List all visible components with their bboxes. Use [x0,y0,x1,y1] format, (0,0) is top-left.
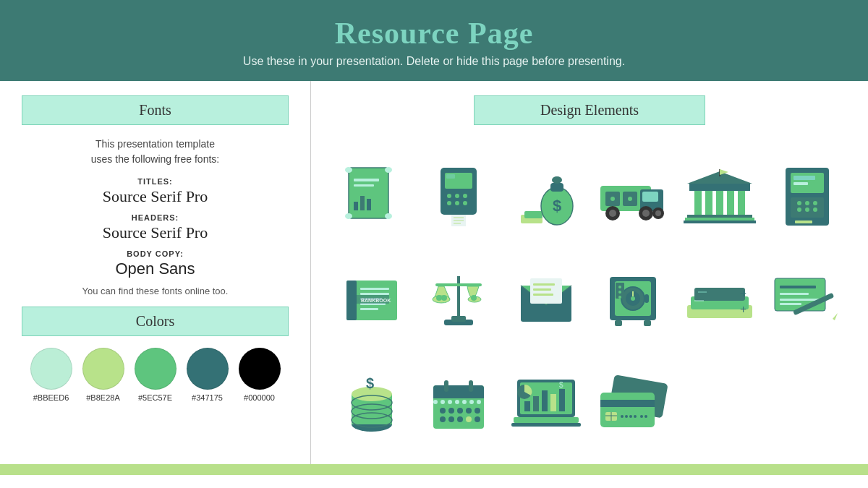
color-hex-label: #B8E28A [86,393,119,402]
icon-coin-stack: $ [331,354,412,452]
svg-point-144 [475,416,480,422]
svg-text:$: $ [553,197,561,215]
svg-rect-110 [694,288,745,301]
svg-text:$: $ [366,375,374,391]
font-titles-label: TITLES: [22,177,289,186]
fonts-section-title: Fonts [22,95,289,125]
svg-rect-94 [533,294,553,296]
svg-point-8 [345,213,352,219]
svg-point-142 [457,416,463,422]
svg-text:+: + [740,288,746,300]
icon-bank-building [679,148,760,246]
svg-rect-57 [684,221,756,223]
svg-rect-26 [524,211,542,218]
icon-armored-truck [592,148,673,246]
color-circle [82,348,124,390]
svg-point-19 [455,201,459,205]
svg-rect-56 [685,218,754,221]
svg-point-150 [477,400,481,404]
svg-point-16 [455,194,459,198]
svg-rect-133 [444,380,448,392]
icon-envelope [506,252,587,349]
svg-point-85 [436,295,442,301]
svg-point-64 [805,201,809,205]
svg-rect-49 [727,189,734,215]
color-hex-label: #000000 [244,393,275,402]
svg-point-107 [618,296,621,299]
svg-rect-76 [360,308,378,310]
svg-point-171 [629,415,632,418]
svg-rect-51 [689,184,750,191]
page-subtitle: Use these in your presentation. Delete o… [14,55,854,68]
svg-point-43 [610,197,615,201]
color-swatch-item: #BBEED6 [30,348,72,402]
svg-rect-158 [559,389,565,411]
svg-point-141 [448,416,454,422]
svg-point-172 [634,415,637,418]
icon-atm [767,148,848,246]
footer-bar [0,464,868,475]
icon-money-bag: $ [506,148,587,246]
svg-point-17 [463,194,467,198]
svg-marker-122 [833,313,838,320]
svg-point-11 [385,167,392,173]
svg-rect-79 [457,276,460,320]
color-circle [239,348,281,390]
svg-point-9 [385,213,392,219]
right-panel: Design Elements [311,81,868,464]
design-elements-title: Design Elements [474,95,705,125]
svg-point-15 [447,194,451,198]
svg-point-99 [631,296,635,301]
svg-rect-3 [354,184,374,187]
svg-point-86 [441,295,447,301]
svg-rect-102 [615,320,622,326]
svg-point-18 [447,201,451,205]
page-header: Resource Page Use these in your presenta… [0,0,868,81]
svg-rect-103 [644,320,651,326]
svg-text:BANKBOOK: BANKBOOK [361,298,391,303]
font-titles: TITLES: Source Serif Pro [22,177,289,206]
font-body-name: Open Sans [22,260,289,278]
svg-rect-161 [514,417,579,423]
svg-point-105 [618,286,621,288]
color-swatch-item: #000000 [239,348,281,402]
svg-point-65 [813,201,817,205]
color-swatch-item: #B8E28A [82,348,124,402]
svg-rect-69 [795,221,812,223]
icon-safe [592,252,673,349]
svg-text:$: $ [559,381,563,389]
svg-rect-81 [451,316,466,322]
svg-rect-154 [524,401,530,411]
svg-point-145 [441,400,445,404]
svg-point-169 [621,415,624,418]
icon-pos-terminal [418,148,499,246]
font-titles-name: Source Serif Pro [22,187,289,206]
main-content: Fonts This presentation template uses th… [0,81,868,464]
svg-rect-0 [349,168,388,218]
svg-rect-164 [600,393,655,427]
color-circle [30,348,72,390]
svg-rect-117 [780,286,816,288]
svg-point-138 [466,408,472,414]
svg-rect-55 [687,215,752,218]
svg-rect-60 [793,176,815,180]
svg-rect-61 [793,182,808,185]
svg-point-87 [471,295,477,301]
svg-point-20 [463,201,467,205]
font-headers-label: HEADERS: [22,213,289,222]
svg-point-173 [640,415,643,418]
svg-rect-29 [550,183,563,192]
svg-point-66 [797,207,801,212]
colors-section: Colors #BBEED6#B8E28A#5EC57E#347175#0000… [22,307,289,402]
svg-rect-2 [354,179,379,181]
svg-rect-101 [644,294,649,303]
svg-point-139 [475,408,480,414]
fonts-description: This presentation template uses the foll… [22,137,289,167]
page-title: Resource Page [14,16,854,51]
svg-rect-132 [433,393,484,398]
colors-section-title: Colors [22,307,289,336]
design-elements-header: Design Elements [331,95,848,137]
svg-rect-134 [469,380,473,392]
color-hex-label: #BBEED6 [33,393,69,402]
icon-document [331,148,412,246]
